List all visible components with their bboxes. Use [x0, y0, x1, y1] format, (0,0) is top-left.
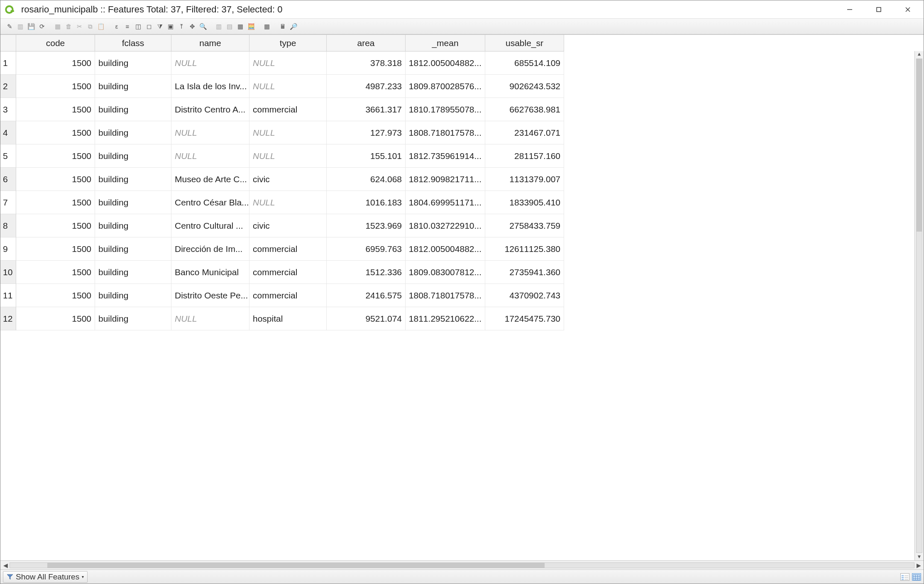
cell-_mean[interactable]: 1804.699951171...	[406, 191, 485, 214]
cell-fclass[interactable]: building	[95, 75, 171, 98]
column-header-_mean[interactable]: _mean	[406, 35, 485, 51]
cell-name[interactable]: Banco Municipal	[171, 261, 249, 284]
expression-select-icon[interactable]: ε	[112, 22, 122, 32]
cell-fclass[interactable]: building	[95, 168, 171, 191]
minimize-button[interactable]	[841, 2, 858, 17]
scroll-right-arrow-icon[interactable]: ▶	[915, 562, 922, 569]
cell-type[interactable]: commercial	[249, 98, 327, 121]
cell-type[interactable]: commercial	[249, 284, 327, 307]
cell-_mean[interactable]: 1809.870028576...	[406, 75, 485, 98]
table-view-button[interactable]	[912, 573, 921, 581]
cell-usable_sr[interactable]: 685514.109	[485, 51, 564, 75]
row-header[interactable]: 7	[0, 191, 16, 214]
vertical-scrollbar[interactable]: ▲ ▼	[914, 51, 924, 560]
cell-area[interactable]: 3661.317	[327, 98, 406, 121]
cell-code[interactable]: 1500	[16, 284, 95, 307]
cell-type[interactable]: commercial	[249, 261, 327, 284]
maximize-button[interactable]	[870, 2, 887, 17]
cell-usable_sr[interactable]: 9026243.532	[485, 75, 564, 98]
cell-name[interactable]: Distrito Centro A...	[171, 98, 249, 121]
cell-area[interactable]: 1512.336	[327, 261, 406, 284]
cell-fclass[interactable]: building	[95, 98, 171, 121]
column-header-type[interactable]: type	[249, 35, 327, 51]
cell-_mean[interactable]: 1811.295210622...	[406, 307, 485, 330]
cell-code[interactable]: 1500	[16, 168, 95, 191]
cell-code[interactable]: 1500	[16, 214, 95, 237]
cell-_mean[interactable]: 1810.178955078...	[406, 98, 485, 121]
cell-_mean[interactable]: 1812.909821711...	[406, 168, 485, 191]
cell-_mean[interactable]: 1812.735961914...	[406, 144, 485, 168]
conditional-format-icon[interactable]: ▦	[262, 22, 272, 32]
row-header[interactable]: 4	[0, 121, 16, 144]
column-header-name[interactable]: name	[171, 35, 249, 51]
cell-_mean[interactable]: 1808.718017578...	[406, 121, 485, 144]
cell-area[interactable]: 127.973	[327, 121, 406, 144]
cell-area[interactable]: 624.068	[327, 168, 406, 191]
select-all-icon[interactable]: ≡	[122, 22, 132, 32]
cell-usable_sr[interactable]: 2735941.360	[485, 261, 564, 284]
filter-selection-icon[interactable]: ⧩	[155, 22, 165, 32]
corner-cell[interactable]	[0, 35, 16, 51]
column-header-fclass[interactable]: fclass	[95, 35, 171, 51]
deselect-icon[interactable]: ◻	[144, 22, 154, 32]
cell-_mean[interactable]: 1812.005004882...	[406, 51, 485, 75]
actions-icon[interactable]: 🖩	[278, 22, 288, 32]
row-header[interactable]: 1	[0, 51, 16, 75]
form-view-button[interactable]	[900, 573, 909, 581]
cell-fclass[interactable]: building	[95, 191, 171, 214]
row-header[interactable]: 5	[0, 144, 16, 168]
attribute-grid[interactable]: codefclassnametypearea_meanusable_sr1150…	[0, 34, 924, 560]
cell-_mean[interactable]: 1810.032722910...	[406, 214, 485, 237]
cell-fclass[interactable]: building	[95, 261, 171, 284]
cell-usable_sr[interactable]: 12611125.380	[485, 237, 564, 261]
cell-type[interactable]: NULL	[249, 75, 327, 98]
reload-icon[interactable]: ⟳	[37, 22, 47, 32]
column-header-code[interactable]: code	[16, 35, 95, 51]
move-top-icon[interactable]: ⤒	[176, 22, 186, 32]
row-header[interactable]: 2	[0, 75, 16, 98]
cell-fclass[interactable]: building	[95, 307, 171, 330]
cell-fclass[interactable]: building	[95, 284, 171, 307]
cell-usable_sr[interactable]: 281157.160	[485, 144, 564, 168]
close-button[interactable]	[900, 2, 916, 17]
cell-name[interactable]: NULL	[171, 144, 249, 168]
cell-code[interactable]: 1500	[16, 75, 95, 98]
row-header[interactable]: 12	[0, 307, 16, 330]
vscroll-thumb[interactable]	[917, 59, 922, 232]
cell-code[interactable]: 1500	[16, 144, 95, 168]
cell-type[interactable]: NULL	[249, 121, 327, 144]
cell-fclass[interactable]: building	[95, 121, 171, 144]
cell-code[interactable]: 1500	[16, 237, 95, 261]
cell-usable_sr[interactable]: 17245475.730	[485, 307, 564, 330]
cell-usable_sr[interactable]: 6627638.981	[485, 98, 564, 121]
cell-name[interactable]: Centro Cultural ...	[171, 214, 249, 237]
organize-columns-icon[interactable]: ▦	[235, 22, 245, 32]
cell-code[interactable]: 1500	[16, 191, 95, 214]
cell-area[interactable]: 2416.575	[327, 284, 406, 307]
cell-usable_sr[interactable]: 2758433.759	[485, 214, 564, 237]
cell-usable_sr[interactable]: 1833905.410	[485, 191, 564, 214]
cell-fclass[interactable]: building	[95, 214, 171, 237]
cell-area[interactable]: 9521.074	[327, 307, 406, 330]
scroll-up-arrow-icon[interactable]: ▲	[915, 51, 924, 58]
cell-usable_sr[interactable]: 231467.071	[485, 121, 564, 144]
cell-type[interactable]: NULL	[249, 191, 327, 214]
cell-code[interactable]: 1500	[16, 51, 95, 75]
pencil-icon[interactable]: ✎	[5, 22, 15, 32]
cell-area[interactable]: 155.101	[327, 144, 406, 168]
vscroll-track[interactable]	[916, 59, 922, 553]
cell-area[interactable]: 4987.233	[327, 75, 406, 98]
cell-area[interactable]: 1016.183	[327, 191, 406, 214]
hscroll-track[interactable]	[10, 562, 914, 568]
row-header[interactable]: 6	[0, 168, 16, 191]
scroll-down-arrow-icon[interactable]: ▼	[915, 554, 924, 560]
cell-type[interactable]: NULL	[249, 144, 327, 168]
cell-area[interactable]: 1523.969	[327, 214, 406, 237]
hscroll-thumb[interactable]	[47, 563, 545, 568]
cell-code[interactable]: 1500	[16, 98, 95, 121]
cell-fclass[interactable]: building	[95, 237, 171, 261]
cell-name[interactable]: Distrito Oeste Pe...	[171, 284, 249, 307]
field-calculator-icon[interactable]: 🧮	[246, 22, 256, 32]
row-header[interactable]: 11	[0, 284, 16, 307]
cell-code[interactable]: 1500	[16, 261, 95, 284]
